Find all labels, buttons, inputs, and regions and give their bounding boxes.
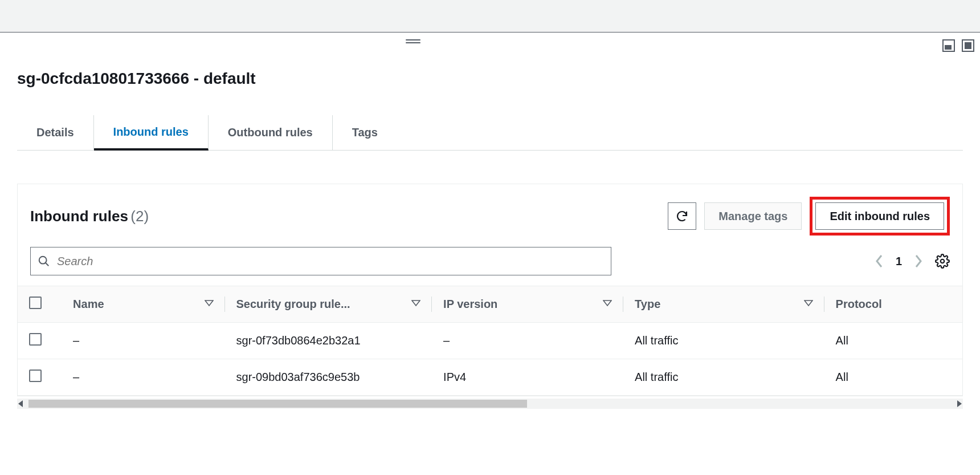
horizontal-scrollbar[interactable] <box>17 399 963 409</box>
restore-window-icon[interactable] <box>942 39 955 52</box>
column-label: Name <box>73 298 104 311</box>
tab-outbound-rules[interactable]: Outbound rules <box>209 115 333 150</box>
table-row[interactable]: – sgr-0f73db0864e2b32a1 – All traffic Al… <box>18 323 962 359</box>
chevron-right-icon <box>913 253 924 269</box>
tab-tags[interactable]: Tags <box>333 115 397 150</box>
top-bar <box>0 0 980 33</box>
refresh-icon <box>675 209 689 223</box>
cell-name: – <box>62 323 224 359</box>
column-select-all <box>18 286 62 323</box>
select-all-checkbox[interactable] <box>29 297 42 309</box>
svg-marker-3 <box>205 301 213 306</box>
panel-title: Inbound rules <box>30 208 128 225</box>
gear-icon <box>935 254 950 269</box>
tab-label: Inbound rules <box>113 125 189 139</box>
column-label: Type <box>635 298 660 311</box>
cell-protocol: All <box>824 359 962 396</box>
cell-type: All traffic <box>623 359 824 396</box>
panel-header: Inbound rules (2) Manage tags Edit inbou… <box>18 184 962 247</box>
svg-point-2 <box>941 259 945 263</box>
tab-bar: Details Inbound rules Outbound rules Tag… <box>17 115 963 151</box>
scroll-left-icon[interactable] <box>18 400 23 407</box>
search-row: 1 <box>18 247 962 286</box>
panel-title-group: Inbound rules (2) <box>30 208 149 225</box>
window-controls <box>942 39 974 52</box>
inbound-rules-table: Name Security group rule... IP version T… <box>18 286 962 396</box>
svg-point-0 <box>39 257 47 264</box>
search-input-wrap[interactable] <box>30 247 611 275</box>
column-header-protocol[interactable]: Protocol <box>824 286 962 323</box>
column-label: IP version <box>443 298 497 311</box>
manage-tags-button[interactable]: Manage tags <box>704 202 802 230</box>
table-row[interactable]: – sgr-09bd03af736c9e53b IPv4 All traffic… <box>18 359 962 396</box>
inbound-rules-panel: Inbound rules (2) Manage tags Edit inbou… <box>17 184 963 396</box>
prev-page-button[interactable] <box>874 253 884 269</box>
row-checkbox[interactable] <box>29 333 42 346</box>
cell-rule-id: sgr-09bd03af736c9e53b <box>225 359 432 396</box>
tab-label: Details <box>36 126 74 139</box>
column-label: Security group rule... <box>236 298 350 311</box>
column-header-ip-version[interactable]: IP version <box>432 286 623 323</box>
pagination: 1 <box>874 253 950 269</box>
tab-inbound-rules[interactable]: Inbound rules <box>94 115 209 151</box>
refresh-button[interactable] <box>668 202 696 230</box>
page-number: 1 <box>896 255 902 268</box>
maximize-window-icon[interactable] <box>962 39 974 52</box>
next-page-button[interactable] <box>913 253 924 269</box>
svg-line-1 <box>46 263 49 266</box>
search-input[interactable] <box>57 255 604 268</box>
filter-icon[interactable] <box>804 298 813 311</box>
filter-icon[interactable] <box>411 298 420 311</box>
table-header-row: Name Security group rule... IP version T… <box>18 286 962 323</box>
chevron-left-icon <box>874 253 884 269</box>
svg-marker-6 <box>805 301 812 306</box>
search-icon <box>38 255 50 267</box>
cell-rule-id: sgr-0f73db0864e2b32a1 <box>225 323 432 359</box>
column-header-rule-id[interactable]: Security group rule... <box>225 286 432 323</box>
tab-details[interactable]: Details <box>17 115 94 150</box>
content-area: sg-0cfcda10801733666 - default Details I… <box>0 33 980 409</box>
svg-marker-5 <box>603 301 611 306</box>
svg-marker-4 <box>412 301 420 306</box>
page-title: sg-0cfcda10801733666 - default <box>0 38 980 88</box>
edit-inbound-rules-button[interactable]: Edit inbound rules <box>815 202 944 230</box>
tab-label: Tags <box>352 126 378 139</box>
scroll-thumb[interactable] <box>28 400 527 408</box>
column-header-type[interactable]: Type <box>623 286 824 323</box>
table-scroll-wrap[interactable]: Name Security group rule... IP version T… <box>18 286 962 396</box>
scroll-right-icon[interactable] <box>957 400 962 407</box>
row-checkbox[interactable] <box>29 370 42 382</box>
cell-ip-version: IPv4 <box>432 359 623 396</box>
column-label: Protocol <box>836 298 882 311</box>
cell-ip-version: – <box>432 323 623 359</box>
panel-drag-handle[interactable] <box>405 39 422 43</box>
filter-icon[interactable] <box>603 298 612 311</box>
cell-protocol: All <box>824 323 962 359</box>
cell-type: All traffic <box>623 323 824 359</box>
tab-label: Outbound rules <box>228 126 313 139</box>
panel-count: (2) <box>130 208 149 225</box>
filter-icon[interactable] <box>205 298 214 311</box>
column-header-name[interactable]: Name <box>62 286 224 323</box>
edit-inbound-rules-highlight: Edit inbound rules <box>810 197 950 236</box>
panel-actions: Manage tags Edit inbound rules <box>668 197 950 236</box>
table-settings-button[interactable] <box>935 254 950 269</box>
cell-name: – <box>62 359 224 396</box>
